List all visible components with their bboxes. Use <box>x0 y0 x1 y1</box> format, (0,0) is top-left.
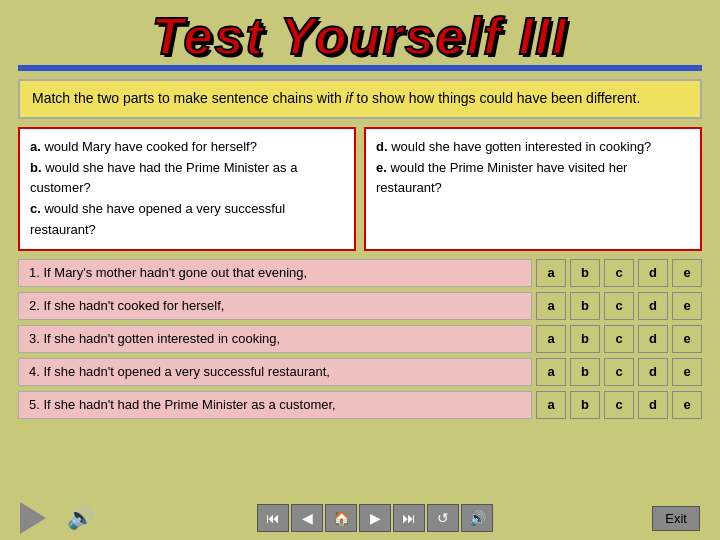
arrow-right-icon[interactable] <box>20 502 46 534</box>
options-left-box: a. would Mary have cooked for herself? b… <box>18 127 356 251</box>
nav-home-button[interactable]: 🏠 <box>325 504 357 532</box>
q3-answer-e[interactable]: e <box>672 325 702 353</box>
nav-volume-button[interactable]: 🔊 <box>461 504 493 532</box>
exit-button[interactable]: Exit <box>652 506 700 531</box>
q3-answer-c[interactable]: c <box>604 325 634 353</box>
q2-answer-c[interactable]: c <box>604 292 634 320</box>
question-4-text: 4. If she hadn't opened a very successfu… <box>18 358 532 386</box>
q3-answer-a[interactable]: a <box>536 325 566 353</box>
q4-answer-d[interactable]: d <box>638 358 668 386</box>
q4-answer-c[interactable]: c <box>604 358 634 386</box>
nav-first-button[interactable]: ⏮ <box>257 504 289 532</box>
question-1-text: 1. If Mary's mother hadn't gone out that… <box>18 259 532 287</box>
options-area: a. would Mary have cooked for herself? b… <box>18 127 702 251</box>
nav-refresh-button[interactable]: ↺ <box>427 504 459 532</box>
question-5-text: 5. If she hadn't had the Prime Minister … <box>18 391 532 419</box>
q4-answer-e[interactable]: e <box>672 358 702 386</box>
question-3-text: 3. If she hadn't gotten interested in co… <box>18 325 532 353</box>
question-row-2: 2. If she hadn't cooked for herself, a b… <box>18 292 702 320</box>
option-b: b. would she have had the Prime Minister… <box>30 158 344 200</box>
q4-answer-b[interactable]: b <box>570 358 600 386</box>
q1-answer-e[interactable]: e <box>672 259 702 287</box>
bottom-bar: 🔊 ⏮ ◀ 🏠 ▶ ⏭ ↺ 🔊 Exit <box>0 496 720 540</box>
sound-button[interactable]: 🔊 <box>62 500 98 536</box>
nav-next-button[interactable]: ▶ <box>359 504 391 532</box>
instruction-text: Match the two parts to make sentence cha… <box>32 90 640 106</box>
option-c: c. would she have opened a very successf… <box>30 199 344 241</box>
nav-last-button[interactable]: ⏭ <box>393 504 425 532</box>
q2-answer-e[interactable]: e <box>672 292 702 320</box>
q2-answer-b[interactable]: b <box>570 292 600 320</box>
q2-answer-d[interactable]: d <box>638 292 668 320</box>
q5-answer-b[interactable]: b <box>570 391 600 419</box>
questions-area: 1. If Mary's mother hadn't gone out that… <box>18 259 702 419</box>
question-row-5: 5. If she hadn't had the Prime Minister … <box>18 391 702 419</box>
question-2-text: 2. If she hadn't cooked for herself, <box>18 292 532 320</box>
question-row-1: 1. If Mary's mother hadn't gone out that… <box>18 259 702 287</box>
option-d: d. would she have gotten interested in c… <box>376 137 690 158</box>
q3-answer-b[interactable]: b <box>570 325 600 353</box>
question-row-3: 3. If she hadn't gotten interested in co… <box>18 325 702 353</box>
q5-answer-c[interactable]: c <box>604 391 634 419</box>
option-a: a. would Mary have cooked for herself? <box>30 137 344 158</box>
options-right-box: d. would she have gotten interested in c… <box>364 127 702 251</box>
page-title: Test Yourself III <box>0 0 720 65</box>
q1-answer-b[interactable]: b <box>570 259 600 287</box>
option-e: e. would the Prime Minister have visited… <box>376 158 690 200</box>
q5-answer-e[interactable]: e <box>672 391 702 419</box>
q1-answer-d[interactable]: d <box>638 259 668 287</box>
instruction-box: Match the two parts to make sentence cha… <box>18 79 702 119</box>
q5-answer-d[interactable]: d <box>638 391 668 419</box>
q1-answer-c[interactable]: c <box>604 259 634 287</box>
question-row-4: 4. If she hadn't opened a very successfu… <box>18 358 702 386</box>
q1-answer-a[interactable]: a <box>536 259 566 287</box>
nav-prev-button[interactable]: ◀ <box>291 504 323 532</box>
blue-divider <box>18 65 702 71</box>
q2-answer-a[interactable]: a <box>536 292 566 320</box>
q5-answer-a[interactable]: a <box>536 391 566 419</box>
q4-answer-a[interactable]: a <box>536 358 566 386</box>
q3-answer-d[interactable]: d <box>638 325 668 353</box>
nav-controls: ⏮ ◀ 🏠 ▶ ⏭ ↺ 🔊 <box>257 504 493 532</box>
